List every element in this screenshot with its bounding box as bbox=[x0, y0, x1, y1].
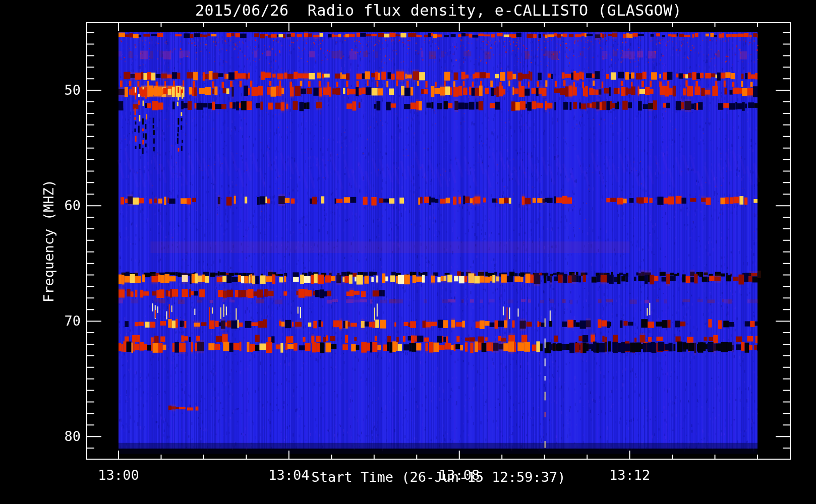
y-tick-label: 50 bbox=[20, 83, 81, 98]
x-tick-label: 13:08 bbox=[419, 468, 500, 483]
chart-title: 2015/06/26 Radio flux density, e-CALLIST… bbox=[87, 2, 790, 20]
spectrogram-plot-canvas bbox=[0, 0, 816, 504]
y-tick-label: 80 bbox=[20, 429, 81, 444]
y-tick-label: 60 bbox=[20, 198, 81, 213]
x-tick-label: 13:00 bbox=[78, 468, 159, 483]
x-tick-label: 13:04 bbox=[249, 468, 329, 483]
y-tick-label: 70 bbox=[20, 313, 81, 329]
x-tick-label: 13:12 bbox=[590, 468, 670, 483]
radio-spectrogram-window: 2015/06/26 Radio flux density, e-CALLIST… bbox=[0, 0, 816, 504]
